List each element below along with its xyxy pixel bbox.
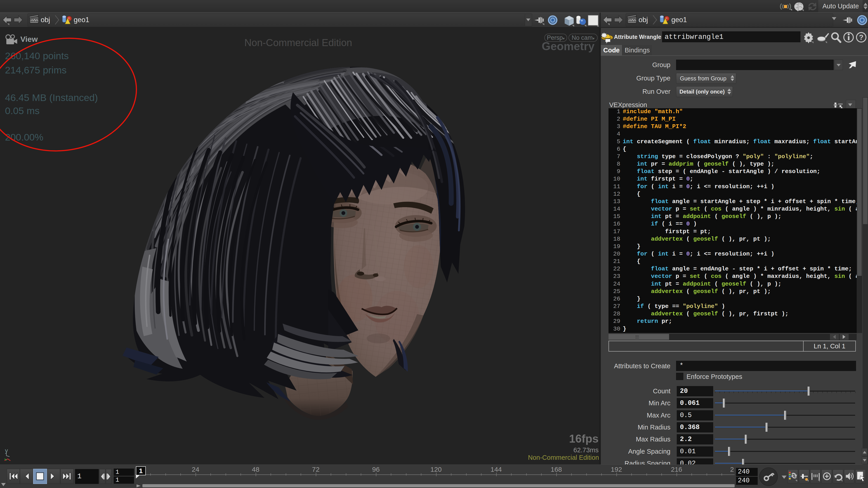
svg-text:?: ? (859, 33, 864, 41)
